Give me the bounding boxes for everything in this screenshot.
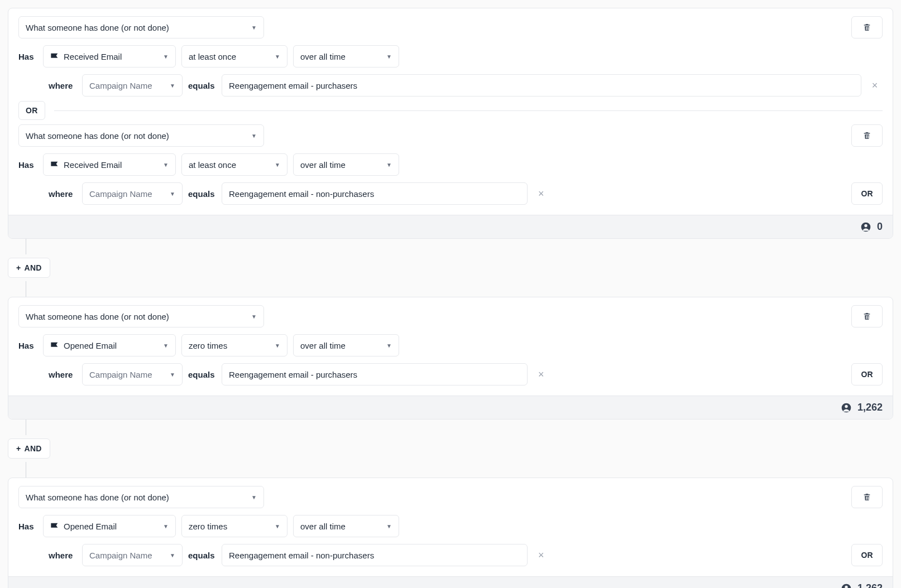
where-attribute-label: Campaign Name <box>89 81 152 90</box>
where-label: where <box>49 551 76 560</box>
person-icon <box>860 221 871 233</box>
metric-select[interactable]: Received Email ▼ <box>43 153 176 176</box>
trigger-label: What someone has done (or not done) <box>26 312 169 321</box>
chevron-down-icon: ▼ <box>163 523 169 529</box>
time-label: over all time <box>300 522 346 531</box>
equals-label: equals <box>188 81 216 90</box>
block-footer: 1,262 <box>8 396 893 419</box>
trash-icon <box>862 493 871 502</box>
add-or-button[interactable]: OR <box>851 544 883 566</box>
flag-icon <box>50 52 59 60</box>
trigger-select[interactable]: What someone has done (or not done) ▼ <box>18 305 264 327</box>
frequency-select[interactable]: at least once ▼ <box>181 45 287 68</box>
and-label: AND <box>24 263 41 272</box>
where-value-input[interactable] <box>222 74 861 97</box>
connector-line <box>26 239 893 254</box>
where-label: where <box>49 370 76 379</box>
add-and-button[interactable]: + AND <box>8 438 50 459</box>
connector-line <box>26 281 893 297</box>
time-select[interactable]: over all time ▼ <box>293 515 399 537</box>
where-attribute-select[interactable]: Campaign Name ▼ <box>82 544 183 566</box>
chevron-down-icon: ▼ <box>170 191 175 197</box>
or-label: OR <box>861 370 873 379</box>
metric-label: Received Email <box>64 160 122 170</box>
flag-icon <box>50 161 59 168</box>
where-attribute-label: Campaign Name <box>89 189 152 199</box>
frequency-label: zero times <box>189 341 227 350</box>
delete-button[interactable] <box>851 305 883 327</box>
time-label: over all time <box>300 52 346 61</box>
where-attribute-label: Campaign Name <box>89 551 152 560</box>
trash-icon <box>862 131 871 140</box>
clear-where-button[interactable]: × <box>533 550 549 561</box>
condition-block-2: What someone has done (or not done) ▼ Ha… <box>8 297 893 420</box>
clear-where-button[interactable]: × <box>867 80 883 91</box>
chevron-down-icon: ▼ <box>251 25 257 31</box>
delete-button[interactable] <box>851 124 883 147</box>
trigger-label: What someone has done (or not done) <box>26 493 169 502</box>
chevron-down-icon: ▼ <box>163 343 169 349</box>
has-label: Has <box>18 341 37 350</box>
chevron-down-icon: ▼ <box>275 343 280 349</box>
flag-icon <box>50 341 59 349</box>
plus-icon: + <box>16 263 21 272</box>
chevron-down-icon: ▼ <box>386 343 392 349</box>
frequency-label: zero times <box>189 522 227 531</box>
chevron-down-icon: ▼ <box>386 162 392 168</box>
where-value-input[interactable] <box>222 544 528 566</box>
chevron-down-icon: ▼ <box>251 133 257 139</box>
trash-icon <box>862 23 871 32</box>
chevron-down-icon: ▼ <box>170 552 175 558</box>
condition-block-1: What someone has done (or not done) ▼ Ha… <box>8 8 893 239</box>
trigger-select[interactable]: What someone has done (or not done) ▼ <box>18 124 264 147</box>
time-select[interactable]: over all time ▼ <box>293 153 399 176</box>
time-select[interactable]: over all time ▼ <box>293 45 399 68</box>
metric-select[interactable]: Opened Email ▼ <box>43 515 176 537</box>
where-value-input[interactable] <box>222 182 528 205</box>
member-count: 0 <box>877 221 883 233</box>
metric-label: Opened Email <box>64 341 117 350</box>
trigger-select[interactable]: What someone has done (or not done) ▼ <box>18 486 264 508</box>
add-or-button[interactable]: OR <box>851 182 883 205</box>
where-attribute-label: Campaign Name <box>89 370 152 379</box>
or-divider-button[interactable]: OR <box>18 101 45 120</box>
where-value-input[interactable] <box>222 363 528 385</box>
svg-point-1 <box>864 224 867 226</box>
time-select[interactable]: over all time ▼ <box>293 334 399 356</box>
clear-where-button[interactable]: × <box>533 369 549 380</box>
trigger-select[interactable]: What someone has done (or not done) ▼ <box>18 16 264 38</box>
frequency-select[interactable]: zero times ▼ <box>181 334 287 356</box>
equals-label: equals <box>188 370 216 379</box>
delete-button[interactable] <box>851 486 883 508</box>
where-attribute-select[interactable]: Campaign Name ▼ <box>82 74 183 97</box>
connector-line <box>26 420 893 435</box>
add-and-button[interactable]: + AND <box>8 258 50 278</box>
frequency-label: at least once <box>189 52 236 61</box>
add-or-button[interactable]: OR <box>851 363 883 385</box>
frequency-select[interactable]: zero times ▼ <box>181 515 287 537</box>
chevron-down-icon: ▼ <box>275 54 280 60</box>
frequency-label: at least once <box>189 160 236 170</box>
trigger-label: What someone has done (or not done) <box>26 131 169 141</box>
where-attribute-select[interactable]: Campaign Name ▼ <box>82 182 183 205</box>
equals-label: equals <box>188 189 216 199</box>
or-label: OR <box>861 189 873 198</box>
where-attribute-select[interactable]: Campaign Name ▼ <box>82 363 183 385</box>
time-label: over all time <box>300 341 346 350</box>
chevron-down-icon: ▼ <box>386 523 392 529</box>
condition-block-3: What someone has done (or not done) ▼ Ha… <box>8 478 893 588</box>
metric-select[interactable]: Received Email ▼ <box>43 45 176 68</box>
chevron-down-icon: ▼ <box>251 494 257 500</box>
delete-button[interactable] <box>851 16 883 38</box>
clear-where-button[interactable]: × <box>533 188 549 200</box>
frequency-select[interactable]: at least once ▼ <box>181 153 287 176</box>
has-label: Has <box>18 160 37 170</box>
and-label: AND <box>24 444 41 453</box>
time-label: over all time <box>300 160 346 170</box>
chevron-down-icon: ▼ <box>170 83 175 89</box>
metric-select[interactable]: Opened Email ▼ <box>43 334 176 356</box>
member-count: 1,262 <box>857 582 883 588</box>
chevron-down-icon: ▼ <box>275 523 280 529</box>
flag-icon <box>50 522 59 530</box>
metric-label: Received Email <box>64 52 122 61</box>
